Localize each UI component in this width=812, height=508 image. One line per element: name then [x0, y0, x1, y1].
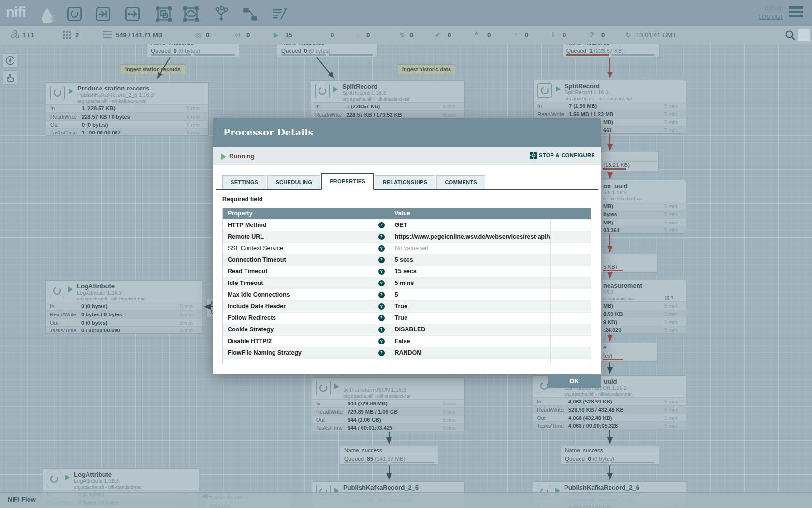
processor[interactable]: JoltTransformJSON 1.16.3org.apache.nifi …: [312, 377, 465, 431]
property-row[interactable]: Connection Timeout?5 secs: [223, 254, 591, 266]
property-row[interactable]: FlowFile Naming Strategy?RANDOM: [223, 347, 591, 359]
property-value[interactable]: False: [390, 335, 550, 347]
breadcrumb-bar: NiFi Flow: [0, 492, 812, 508]
stat-row: Read/Write528.59 KB / 432.48 KB5 min: [533, 405, 686, 414]
queue-bar: [281, 54, 326, 56]
status-bar: ↻ 13:01:41 GMT 1 / 12549 / 141.71 MB◎0⊘0…: [0, 26, 812, 44]
run-status-icon: [68, 286, 73, 292]
remote-process-group-icon[interactable]: [183, 6, 199, 22]
logout-link[interactable]: LOG OUT: [759, 14, 783, 20]
search-icon[interactable]: [784, 29, 797, 42]
help-icon: ?: [378, 269, 385, 275]
threads-icon: [63, 26, 71, 44]
processor-type: LogAttribute 1.16.3: [77, 290, 122, 296]
processor-name: PublishKafkaRecord_2_6: [564, 484, 639, 491]
tab-relationships[interactable]: RELATIONSHIPS: [375, 175, 435, 189]
property-value[interactable]: 5 mins: [390, 277, 550, 289]
property-row[interactable]: Remote URL?https://www.pegelonline.wsv.d…: [223, 231, 591, 242]
processor-bundle: fi - nifi-standard-nar: [603, 196, 643, 201]
property-row[interactable]: SSL Context Service?No value set: [223, 242, 591, 254]
flow-label[interactable]: Ingest historic data: [398, 64, 455, 74]
property-value[interactable]: True: [390, 312, 550, 324]
column-header-empty: [550, 208, 591, 219]
disabled-icon: ↯: [399, 26, 405, 44]
threads-count: 2: [75, 26, 79, 44]
queue-bar: [566, 54, 609, 56]
funnel-icon[interactable]: [213, 6, 230, 22]
property-row[interactable]: Follow Redirects?True: [223, 312, 591, 324]
stat-row: Tasks/Time1 / 00:00:00.0675 min: [46, 128, 208, 136]
property-row[interactable]: HTTP Method?GET: [223, 219, 591, 231]
processor-icon[interactable]: [66, 6, 83, 22]
property-value[interactable]: 5: [390, 289, 550, 300]
property-row[interactable]: Read Timeout?15 secs: [223, 266, 591, 277]
tab-settings[interactable]: SETTINGS: [222, 175, 266, 189]
run-status-icon: [334, 87, 338, 92]
queue-bar: [603, 270, 623, 271]
transmit-icon: ◎: [195, 26, 201, 44]
processor-bundle: org.apache.nifi - nifi-standard-nar: [343, 393, 411, 399]
connection-label[interactable]: Name successQueued 85 (141.37 MB): [340, 446, 438, 465]
tab-scheduling[interactable]: SCHEDULING: [267, 175, 320, 189]
processor-name: neasurement: [603, 282, 642, 289]
property-value[interactable]: True: [390, 300, 550, 312]
breadcrumb[interactable]: NiFi Flow: [8, 496, 36, 503]
template-icon[interactable]: [242, 6, 258, 22]
label-icon[interactable]: [271, 6, 288, 22]
property-row[interactable]: Include Date Header?True: [223, 300, 591, 312]
property-row[interactable]: Max Idle Connections?5: [223, 289, 591, 300]
property-value[interactable]: https://www.pegelonline.wsv.de/webservic…: [390, 231, 550, 242]
connection-queued: Queued 0 (0 bytes): [565, 456, 614, 462]
processor[interactable]: LogAttributeLogAttribute 1.16.3org.apach…: [45, 280, 202, 334]
property-value[interactable]: No value set: [390, 242, 550, 254]
global-menu-icon[interactable]: [789, 6, 803, 19]
property-row[interactable]: Idle Timeout?5 mins: [223, 277, 591, 289]
processor-name: SplitRecord: [565, 82, 600, 90]
processor[interactable]: Produce station recordsPublishKafkaRecor…: [46, 82, 209, 136]
up-to-date-icon: ✔: [435, 26, 441, 44]
processor-type: 16.3: [603, 289, 613, 295]
stop-and-configure-button[interactable]: STOP & CONFIGURE: [530, 152, 595, 159]
gear-icon: [530, 152, 537, 159]
refresh-icon[interactable]: ↻: [625, 26, 631, 44]
running-icon: [221, 153, 226, 160]
tab-properties[interactable]: PROPERTIES: [321, 173, 374, 190]
top-toolbar: nifi admin LOG OUT: [0, 0, 812, 26]
property-row[interactable]: Disable HTTP/2?False: [223, 335, 591, 347]
queue-bar: [329, 54, 373, 56]
current-user: admin: [765, 4, 783, 12]
help-icon: ?: [378, 338, 385, 344]
queue-count: 549 / 141.71 MB: [116, 26, 162, 44]
navigate-palette-button[interactable]: [3, 53, 17, 68]
help-icon: ?: [378, 292, 385, 298]
input-port-icon[interactable]: [95, 6, 111, 22]
locally-modified-icon: *: [475, 26, 478, 44]
stat-row: Read/Write729.89 MB / 1.06 GB5 min: [312, 407, 464, 416]
property-value[interactable]: GET: [390, 219, 550, 231]
stat-row: In0 (0 bytes)5 min: [46, 302, 202, 310]
operate-palette-button[interactable]: [3, 70, 17, 85]
flow-label[interactable]: Ingest station records: [121, 64, 185, 74]
processor-type: LogAttribute 1.16.3: [74, 478, 119, 484]
ok-button[interactable]: OK: [548, 375, 601, 388]
stat-row: In1 (228.57 KB)5 min: [46, 104, 208, 112]
property-row[interactable]: Cookie Strategy?DISABLED: [223, 324, 591, 335]
processor-icon: [47, 472, 61, 486]
help-icon: ?: [378, 257, 385, 263]
connection-label[interactable]: Name successQueued 0 (0 bytes): [561, 446, 659, 465]
processor-name: uuid: [604, 378, 617, 385]
process-group-icon[interactable]: [156, 6, 172, 22]
property-value[interactable]: DISABLED: [390, 324, 550, 335]
queue-bar: [194, 54, 235, 56]
property-value[interactable]: 5 secs: [390, 254, 550, 266]
stat-row: In644 (729.89 MB)5 min: [312, 399, 464, 407]
output-port-icon[interactable]: [124, 6, 141, 22]
property-value[interactable]: 15 secs: [390, 266, 550, 277]
processor-name: PublishKafkaRecord_2_6: [343, 484, 419, 491]
settings-button[interactable]: [798, 29, 811, 42]
property-value[interactable]: RANDOM: [390, 347, 550, 359]
tab-comments[interactable]: COMMENTS: [436, 175, 485, 189]
sync-failure-count: 0: [601, 26, 605, 44]
queue-bar: [603, 168, 626, 170]
stat-row: Tasks/Time644 / 00:01:03.4255 min: [312, 423, 464, 431]
